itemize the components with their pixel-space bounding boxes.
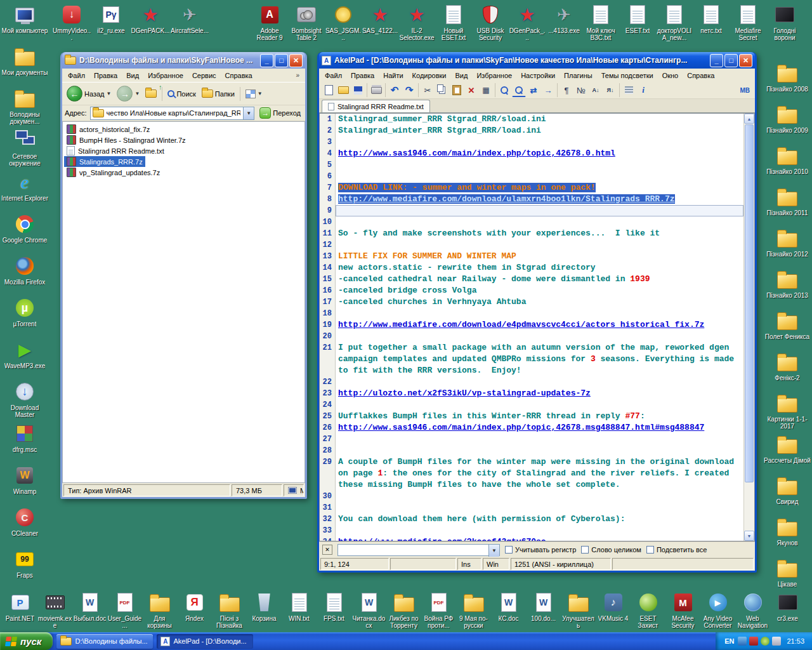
- antivirus-icon[interactable]: [749, 637, 758, 646]
- desktop-icon[interactable]: WIN.txt: [282, 590, 317, 631]
- menu-item[interactable]: Найти: [379, 70, 407, 81]
- desktop-icon[interactable]: PDFВойна РФ проти...: [421, 590, 456, 631]
- editor-line[interactable]: 2Stalingrad_winter_RRR Stgrad_RRR/load.i…: [320, 125, 743, 136]
- akelpad-titlebar[interactable]: A AkelPad - [D:\Володины файлы и папки\S…: [319, 52, 755, 69]
- desktop-icon[interactable]: Корзина: [247, 590, 282, 631]
- desktop-icon[interactable]: ▶Any Video Converter: [700, 590, 735, 631]
- desktop-icon[interactable]: ★SAS_4122...: [362, 3, 398, 43]
- desktop-icon[interactable]: 99Fraps: [1, 547, 48, 588]
- desktop-icon[interactable]: Якунов: [764, 515, 811, 555]
- editor-text-area[interactable]: 1Stalingrad_summer_RRR Stgrad_RRR/sload.…: [320, 114, 743, 541]
- desktop-icon[interactable]: Мой ключ ВЗС.txt: [582, 3, 619, 43]
- desktop-icon[interactable]: Пізнайко 2008: [764, 61, 811, 102]
- replace-icon[interactable]: ⇄: [527, 84, 540, 97]
- desktop-icon[interactable]: SAS_JSGM...: [325, 3, 362, 43]
- editor-line[interactable]: 25Uufflakkes BumpH files in this Winter-…: [320, 411, 743, 422]
- scroll-down-button[interactable]: ▼: [744, 531, 754, 541]
- desktop-icon[interactable]: Свирид: [764, 474, 811, 514]
- desktop-icon[interactable]: Мой компьютер: [1, 3, 48, 43]
- match-case-option[interactable]: Учитывать регистр: [505, 546, 576, 554]
- editor-line[interactable]: 21I put together a small package with an…: [320, 342, 743, 376]
- text-editor[interactable]: 1Stalingrad_summer_RRR Stgrad_RRR/sload.…: [319, 113, 755, 541]
- scroll-up-button[interactable]: ▲: [744, 114, 754, 124]
- desktop-icon[interactable]: WВыбыл.doc: [72, 590, 107, 631]
- file-item[interactable]: vp_Stalingrad_updates.7z: [64, 167, 162, 178]
- menu-item[interactable]: Избранное: [143, 70, 188, 81]
- desktop-icon[interactable]: Полет Феникса: [764, 308, 811, 349]
- settings-icon[interactable]: [622, 84, 636, 97]
- undo-icon[interactable]: ↶: [388, 84, 402, 97]
- highlight-all-option[interactable]: Подсветить все: [646, 546, 707, 554]
- editor-line[interactable]: 6: [320, 171, 743, 182]
- desktop-icon[interactable]: докторVOLIA_new...: [656, 3, 693, 43]
- menu-item[interactable]: Справка: [683, 70, 719, 81]
- desktop-icon[interactable]: CCCleaner: [1, 505, 48, 546]
- editor-line[interactable]: 33: [320, 525, 743, 536]
- editor-line[interactable]: 10: [320, 216, 743, 228]
- menu-item[interactable]: Настройки: [516, 70, 560, 81]
- sort-desc-icon[interactable]: Я↓: [603, 84, 617, 97]
- desktop-icon[interactable]: Рассчеты Дімой: [764, 432, 811, 473]
- explorer-titlebar[interactable]: D:\Володины файлы и папки\SkyFan\Новое .…: [62, 52, 305, 69]
- delete-icon[interactable]: ✕: [464, 84, 478, 97]
- whole-word-checkbox[interactable]: [581, 546, 589, 554]
- desktop-icon[interactable]: cr3.exe: [770, 590, 805, 631]
- menu-item[interactable]: Сервис: [188, 70, 221, 81]
- menu-item[interactable]: Вид: [451, 70, 473, 81]
- editor-line[interactable]: 15-canceled cathedral near Railway - dom…: [320, 274, 743, 285]
- desktop-icon[interactable]: Для корзины: [142, 590, 177, 631]
- editor-line[interactable]: 4http://www.sas1946.com/main/index.php/t…: [320, 148, 743, 159]
- save-file-icon[interactable]: [351, 84, 365, 97]
- file-item[interactable]: Stalingrads_RRR.7z: [64, 156, 145, 167]
- desktop-icon[interactable]: Сетевое окружение: [1, 128, 48, 169]
- eset-icon[interactable]: [761, 637, 769, 646]
- editor-line[interactable]: 29A couple of BumpH files for the winter…: [320, 456, 743, 491]
- akelpad-window[interactable]: A AkelPad - [D:\Володины файлы и папки\S…: [317, 52, 757, 573]
- vertical-scrollbar[interactable]: ▲ ▼: [743, 114, 754, 541]
- desktop-icon[interactable]: Bombsight Table 2: [288, 3, 325, 43]
- file-item[interactable]: actors_historical_fix.7z: [64, 124, 152, 135]
- desktop-icon[interactable]: ESET Захист онлайн п...: [631, 590, 665, 631]
- up-button[interactable]: ↑: [143, 88, 159, 99]
- open-file-icon[interactable]: [336, 84, 350, 97]
- desktop-icon[interactable]: Пізнайко 2010: [764, 143, 811, 184]
- desktop-icon[interactable]: Mediafire Secret access.txt: [730, 3, 766, 43]
- desktop-icon[interactable]: ↓UmmyVideo...: [52, 3, 91, 43]
- views-button[interactable]: ▼: [244, 88, 265, 100]
- close-button[interactable]: ✕: [739, 54, 752, 67]
- menu-item[interactable]: Файл: [320, 70, 346, 81]
- editor-line[interactable]: 5: [320, 159, 743, 171]
- menu-item[interactable]: Файл: [63, 70, 89, 81]
- desktop-icon[interactable]: ★DGenPack_...: [509, 3, 546, 43]
- desktop-icon[interactable]: Mozilla Firefox: [1, 254, 48, 295]
- close-button[interactable]: ✕: [289, 54, 303, 67]
- desktop-icon[interactable]: Пісні з Пізнайка: [212, 590, 247, 631]
- line-numbers-icon[interactable]: №: [574, 84, 588, 97]
- match-case-checkbox[interactable]: [505, 546, 513, 554]
- md-icon[interactable]: МВ: [737, 84, 752, 97]
- volume-icon[interactable]: [772, 637, 781, 646]
- desktop-icon[interactable]: ↓Download Master: [1, 380, 48, 420]
- editor-line[interactable]: 22: [320, 376, 743, 388]
- desktop-icon[interactable]: ✈...4133.exe: [546, 3, 582, 43]
- menu-item[interactable]: Темы подсветки: [597, 70, 658, 81]
- sort-asc-icon[interactable]: A↓: [589, 84, 603, 97]
- back-button[interactable]: ← Назад ▼: [65, 84, 113, 103]
- desktop-icon[interactable]: MMcAfee Security Sc...: [665, 590, 700, 631]
- desktop-icon[interactable]: Фенікс-2: [764, 350, 811, 390]
- desktop-icon[interactable]: dfrg.msc: [1, 421, 48, 462]
- about-icon[interactable]: i: [636, 84, 650, 97]
- desktop-icon[interactable]: FPS.txt: [317, 590, 351, 631]
- minimize-button[interactable]: _: [710, 54, 723, 67]
- menu-item[interactable]: Вид: [122, 70, 143, 81]
- menu-item[interactable]: Справка: [221, 70, 257, 81]
- menu-item[interactable]: Правка: [346, 70, 379, 81]
- desktop-icon[interactable]: Пізнайко 2012: [764, 226, 811, 267]
- language-indicator[interactable]: EN: [724, 637, 734, 645]
- taskbar-button[interactable]: AAkelPad - [D:\Володи...: [157, 634, 253, 649]
- editor-line[interactable]: 7DOWNLOAD LINK: - summer and winter maps…: [320, 182, 743, 194]
- desktop-icon[interactable]: ★IL-2 Selector.exe: [398, 3, 435, 43]
- select-all-icon[interactable]: ▦: [479, 84, 493, 97]
- editor-line[interactable]: 19http://www.mediafire.com/download/e4pd…: [320, 319, 743, 331]
- desktop-icon[interactable]: AAdobe Reader 9: [251, 3, 288, 43]
